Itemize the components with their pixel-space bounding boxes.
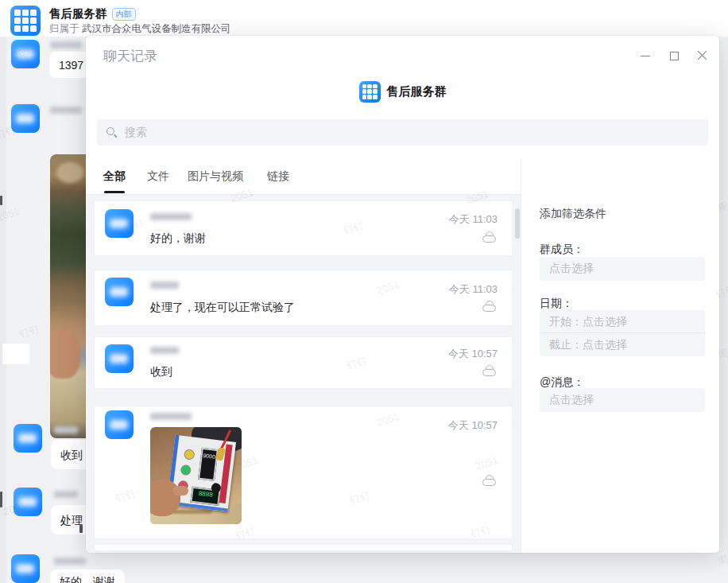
member-filter-label: 群成员：	[540, 243, 584, 257]
photo-message[interactable]	[50, 154, 90, 438]
date-start-select[interactable]: 开始：点击选择	[540, 310, 705, 332]
modal-group-header: 售后服务群	[86, 80, 719, 103]
yellow-button	[184, 449, 195, 460]
photo-detail	[172, 486, 188, 496]
window-controls	[640, 49, 708, 63]
cloud-sync-icon	[482, 367, 496, 376]
close-button[interactable]	[697, 50, 708, 61]
tab-label: 图片与视频	[188, 169, 243, 182]
group-avatar-icon	[359, 81, 381, 103]
redacted-name	[54, 558, 86, 565]
photo-detail	[150, 480, 180, 516]
tab-all[interactable]: 全部	[103, 169, 126, 184]
redacted-name	[150, 413, 192, 420]
photo-detail	[172, 510, 212, 514]
tab-links[interactable]: 链接	[267, 169, 289, 184]
tab-media[interactable]: 图片与视频	[188, 169, 243, 184]
photo-detail	[56, 162, 83, 183]
edge-artifact	[79, 525, 83, 533]
filter-title: 添加筛选条件	[540, 207, 606, 221]
avatar[interactable]	[11, 104, 40, 133]
search-placeholder: 搜索	[125, 126, 147, 140]
group-affiliation: 归属于 武汉市合众电气设备制造有限公司	[49, 22, 230, 36]
tab-label: 文件	[147, 169, 169, 182]
redacted-name	[150, 282, 179, 289]
tab-bar: 全部 文件 图片与视频 链接	[86, 163, 521, 195]
date-range-box: 开始：点击选择 截止：点击选择	[540, 310, 705, 356]
message-row-partial[interactable]	[94, 544, 513, 551]
message-list: 好的，谢谢 今天 11:03 处理了，现在可以正常试验了 今天 11:03 收到…	[86, 195, 521, 553]
redacted-name	[50, 107, 82, 114]
avatar[interactable]	[105, 410, 134, 439]
message-time: 今天 11:03	[449, 282, 498, 297]
app-header: 售后服务群 内部 归属于 武汉市合众电气设备制造有限公司	[0, 0, 728, 37]
message-time: 今天 10:57	[448, 418, 498, 433]
edge-artifact	[0, 492, 2, 507]
member-select[interactable]: 点击选择	[540, 257, 705, 281]
active-tab-underline	[104, 191, 125, 193]
redacted-name	[150, 213, 192, 220]
avatar[interactable]	[14, 488, 42, 516]
message-row[interactable]: 收到 今天 10:57	[94, 336, 513, 389]
screen: 1397 收到 处理 好的，谢谢 售后服	[0, 0, 728, 583]
cloud-sync-icon	[482, 303, 496, 312]
redacted-name	[54, 491, 78, 498]
cloud-sync-icon	[482, 477, 496, 486]
list-scrollbar[interactable]	[515, 208, 520, 239]
message-row[interactable]: 9000 8888 今天 10:57	[94, 406, 513, 539]
date-filter-label: 日期：	[540, 297, 573, 311]
at-placeholder: 点击选择	[549, 393, 594, 407]
bubble-text: 1397	[59, 59, 83, 72]
message-row[interactable]: 处理了，现在可以正常试验了 今天 11:03	[94, 270, 513, 326]
bubble-text: 好的，谢谢	[60, 575, 115, 583]
meter-display: 9000	[198, 448, 219, 481]
attached-photo[interactable]: 9000 8888	[150, 427, 242, 524]
member-placeholder: 点击选择	[549, 262, 594, 276]
affiliation-prefix: 归属于	[49, 23, 79, 34]
bubble-text: 收到	[60, 449, 83, 463]
avatar[interactable]	[105, 344, 134, 373]
modal-group-name: 售后服务群	[387, 84, 447, 99]
tab-files[interactable]: 文件	[147, 169, 169, 184]
photo-detail	[50, 331, 80, 379]
group-avatar-icon[interactable]	[10, 6, 41, 36]
maximize-button[interactable]	[668, 50, 680, 61]
edge-artifact	[0, 196, 2, 205]
search-icon	[106, 127, 117, 138]
cloud-sync-icon	[482, 234, 496, 243]
message-text: 好的，谢谢	[150, 231, 206, 246]
company-name: 武汉市合众电气设备制造有限公司	[82, 23, 231, 34]
filter-panel: 添加筛选条件 群成员： 点击选择 日期： 开始：点击选择 截止：点击选择 @消息…	[521, 159, 719, 553]
redacted-name	[150, 347, 179, 354]
green-button	[180, 464, 192, 476]
minimize-button[interactable]	[640, 50, 651, 61]
tab-label: 全部	[103, 169, 126, 182]
message-bubble[interactable]: 好的，谢谢	[50, 569, 125, 583]
avatar[interactable]	[105, 278, 134, 306]
internal-badge: 内部	[112, 8, 136, 21]
search-input[interactable]: 搜索	[97, 119, 708, 146]
redacted-name	[54, 426, 78, 433]
avatar[interactable]	[11, 554, 40, 583]
white-patch	[2, 344, 29, 364]
redacted-name	[50, 41, 82, 49]
chat-history-modal: 聊天记录 售后服务群 搜索 全部 文件 图片与视频	[86, 36, 719, 553]
date-end-select[interactable]: 截止：点击选择	[540, 333, 705, 356]
message-time: 今天 10:57	[448, 347, 498, 361]
avatar[interactable]	[11, 40, 40, 68]
message-row[interactable]: 好的，谢谢 今天 11:03	[94, 200, 513, 256]
message-text: 收到	[150, 365, 172, 379]
tab-label: 链接	[267, 169, 289, 182]
avatar[interactable]	[105, 209, 134, 238]
group-title: 售后服务群	[49, 6, 107, 21]
avatar[interactable]	[14, 424, 42, 453]
message-time: 今天 11:03	[449, 212, 498, 227]
message-text: 处理了，现在可以正常试验了	[150, 301, 295, 315]
modal-title: 聊天记录	[103, 47, 157, 65]
at-message-select[interactable]: 点击选择	[540, 388, 705, 412]
